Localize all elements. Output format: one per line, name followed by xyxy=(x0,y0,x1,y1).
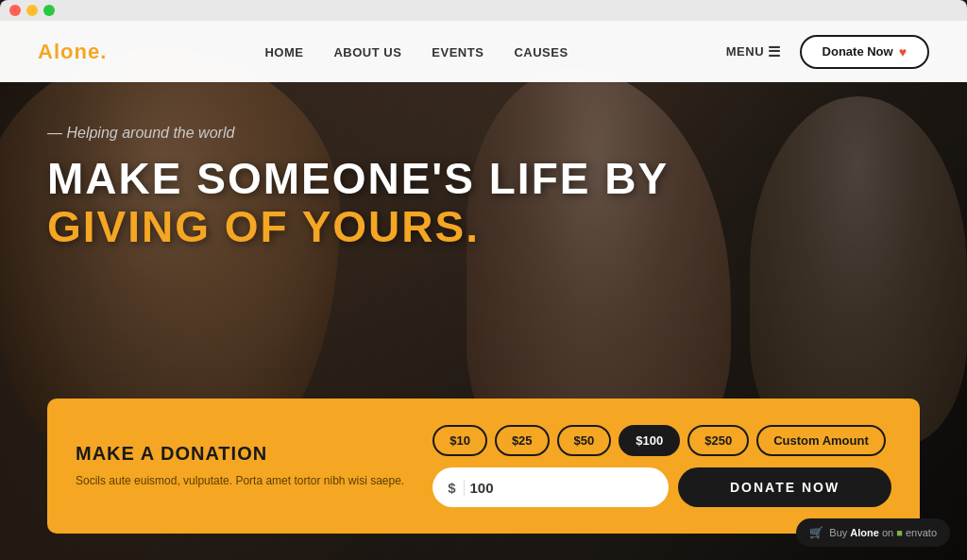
donation-right: $10 $25 $50 $100 $250 Custom Amount $ DO… xyxy=(433,425,891,507)
page-wrapper: Alone. HOME ABOUT US EVENTS CAUSES MENU … xyxy=(0,21,967,560)
donation-description: Socils aute euismod, vulputate. Porta am… xyxy=(76,472,404,489)
hero-section: Alone. HOME ABOUT US EVENTS CAUSES MENU … xyxy=(0,21,967,560)
nav-right: MENU ☰ Donate Now ♥ xyxy=(726,35,929,69)
dollar-sign: $ xyxy=(448,480,464,496)
nav-about[interactable]: ABOUT US xyxy=(333,45,401,59)
input-row: $ DONATE NOW xyxy=(433,467,891,507)
amount-custom-button[interactable]: Custom Amount xyxy=(756,425,886,456)
nav-causes[interactable]: CAUSES xyxy=(514,45,568,59)
hero-tagline: — Helping around the world xyxy=(47,125,669,142)
hero-title-gold: GIVING OF YOURS. xyxy=(47,203,669,251)
donate-now-button[interactable]: DONATE NOW xyxy=(678,467,891,507)
dollar-input-wrap: $ xyxy=(433,467,669,507)
window-chrome xyxy=(0,0,967,21)
hamburger-icon: ☰ xyxy=(768,43,781,60)
envato-text: Buy Alone on ■ envato xyxy=(829,527,937,538)
amount-10-button[interactable]: $10 xyxy=(433,425,487,456)
amount-50-button[interactable]: $50 xyxy=(557,425,612,456)
menu-button[interactable]: MENU ☰ xyxy=(726,43,781,60)
maximize-dot[interactable] xyxy=(43,5,55,16)
navbar: Alone. HOME ABOUT US EVENTS CAUSES MENU … xyxy=(0,21,967,82)
hero-content: — Helping around the world MAKE SOMEONE'… xyxy=(47,125,669,250)
donation-panel: MAKE A DONATION Socils aute euismod, vul… xyxy=(47,399,920,534)
donation-title: MAKE A DONATION xyxy=(76,443,404,465)
donation-left: MAKE A DONATION Socils aute euismod, vul… xyxy=(76,443,404,489)
amount-input[interactable] xyxy=(470,480,654,496)
amount-100-button[interactable]: $100 xyxy=(619,425,680,456)
amount-250-button[interactable]: $250 xyxy=(687,425,749,456)
heart-icon: ♥ xyxy=(899,44,907,59)
envato-badge[interactable]: 🛒 Buy Alone on ■ envato xyxy=(796,518,950,547)
close-dot[interactable] xyxy=(9,5,21,16)
hero-title-white: MAKE SOMEONE'S LIFE BY xyxy=(47,155,669,203)
navbar-donate-button[interactable]: Donate Now ♥ xyxy=(800,35,929,69)
amount-buttons: $10 $25 $50 $100 $250 Custom Amount xyxy=(433,425,891,456)
logo[interactable]: Alone. xyxy=(38,40,107,64)
cart-icon: 🛒 xyxy=(809,526,823,539)
nav-events[interactable]: EVENTS xyxy=(432,45,484,59)
amount-25-button[interactable]: $25 xyxy=(495,425,550,456)
nav-home[interactable]: HOME xyxy=(264,45,303,59)
minimize-dot[interactable] xyxy=(26,5,38,16)
nav-links: HOME ABOUT US EVENTS CAUSES xyxy=(264,43,568,60)
